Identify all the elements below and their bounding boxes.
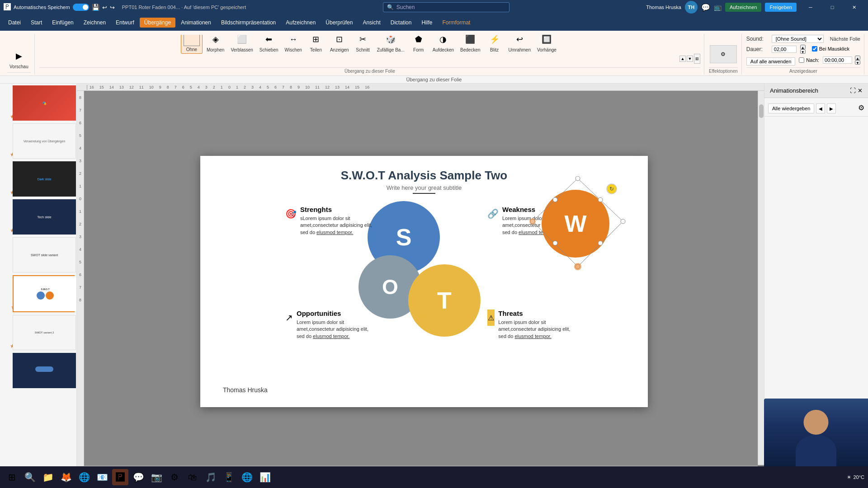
ribbon-btn-schnitt[interactable]: ✂ Schnitt: [353, 35, 373, 54]
circle-w-container[interactable]: ↻ W: [537, 181, 627, 271]
ribbon-expand[interactable]: ⊞: [694, 54, 700, 64]
autosave-toggle[interactable]: [73, 4, 89, 11]
ribbon-btn-wischen[interactable]: ↔ Wischen: [283, 35, 304, 54]
slide-thumb-25[interactable]: 25 ★ S.W.O.T: [13, 275, 75, 312]
slides-panel: 20 ★ 🎭 21 ★ Verwendung von Übergängen 22…: [0, 84, 77, 472]
ribbon-btn-vorhaenge[interactable]: 🔲 Vorhänge: [535, 35, 559, 54]
strengths-link[interactable]: elusmod tempor.: [316, 230, 353, 235]
menu-datei[interactable]: Datei: [4, 18, 25, 28]
ribbon-btn-bedecken[interactable]: ⬛ Bedecken: [458, 35, 482, 54]
slide-canvas[interactable]: S.W.O.T Analysis Sample Two Write here y…: [200, 156, 648, 407]
ribbon-btn-ohne[interactable]: Ohne: [181, 35, 203, 54]
opportunities-link[interactable]: elusmod tempor.: [313, 333, 349, 339]
taskbar-explorer-icon[interactable]: 📁: [40, 469, 56, 485]
chat-icon[interactable]: 💬: [701, 3, 710, 12]
play-all-button[interactable]: Alle wiedergeben: [768, 103, 814, 113]
animation-next-btn[interactable]: ▶: [827, 103, 836, 113]
animation-settings-icon[interactable]: ⚙: [858, 103, 864, 113]
slide-thumb-21[interactable]: 21 ★ Verwendung von Übergängen: [13, 123, 75, 159]
taskbar-firefox-icon[interactable]: 🦊: [58, 469, 74, 485]
menu-bildschirm[interactable]: Bildschirmpräsentation: [217, 18, 280, 28]
taskbar-phone-icon[interactable]: 📱: [221, 469, 237, 485]
after-input[interactable]: [823, 56, 852, 64]
taskbar-search-icon[interactable]: 🔍: [22, 469, 38, 485]
search-bar[interactable]: 🔍 Suchen: [383, 2, 509, 12]
taskbar-spotify-icon[interactable]: 🎵: [203, 469, 219, 485]
animation-prev-btn[interactable]: ◀: [816, 103, 825, 113]
taskbar-teams-icon[interactable]: 💬: [130, 469, 146, 485]
undo-icon[interactable]: ↩: [102, 4, 107, 11]
present-icon[interactable]: 📺: [714, 4, 722, 11]
apply-all-button[interactable]: Auf alle anwenden: [746, 57, 796, 66]
menu-ueberpruefen[interactable]: Überprüfen: [321, 18, 357, 28]
svg-point-6: [598, 241, 603, 245]
ribbon-btn-anzeigen[interactable]: ⊡ Anzeigen: [328, 35, 351, 54]
taskbar-start-button[interactable]: ⊞: [4, 469, 20, 485]
maximize-button[interactable]: □: [822, 0, 843, 14]
opportunities-text: Lorem ipsum dolor sit amet,consectetur a…: [297, 319, 376, 340]
ribbon-scroll-up[interactable]: ▲: [679, 56, 686, 62]
ribbon-btn-schieben[interactable]: ⬅ Schieben: [257, 35, 281, 54]
duration-down[interactable]: ▼: [800, 49, 806, 54]
ribbon-btn-zufaellige[interactable]: 🎲 Zufällige Ba...: [375, 35, 407, 54]
menu-formformat[interactable]: Formformat: [438, 18, 475, 28]
menu-animationen[interactable]: Animationen: [176, 18, 216, 28]
menu-zeichnen[interactable]: Zeichnen: [79, 18, 110, 28]
expand-icon[interactable]: ⛶: [850, 87, 856, 94]
taskbar-settings-icon[interactable]: ⚙: [166, 469, 183, 485]
ribbon-btn-blitz[interactable]: ⚡ Blitz: [485, 35, 505, 54]
taskbar-excel-icon[interactable]: 📊: [257, 469, 273, 485]
svg-point-12: [529, 218, 536, 225]
after-down[interactable]: ▼: [855, 60, 860, 65]
slide-thumb-20[interactable]: 20 ★ 🎭: [13, 85, 75, 121]
taskbar-browser2-icon[interactable]: 🌐: [239, 469, 255, 485]
slide-thumb-23[interactable]: 23 ★ Tech slide: [13, 199, 75, 235]
menu-aufzeichnen[interactable]: Aufzeichnen: [281, 18, 320, 28]
menu-hilfe[interactable]: Hilfe: [417, 18, 437, 28]
close-button[interactable]: ✕: [844, 0, 864, 14]
sound-select[interactable]: [Ohne Sound]: [772, 35, 824, 43]
taskbar-camera-icon[interactable]: 📷: [148, 469, 165, 485]
ribbon-scroll-down[interactable]: ▼: [687, 56, 693, 62]
ribbon-btn-umrahmen[interactable]: ↩ Umrahmen: [506, 35, 533, 54]
menu-entwurf[interactable]: Entwurf: [111, 18, 139, 28]
ribbon-btn-preview[interactable]: ▶ Vorschau: [7, 47, 31, 70]
ruler-vertical: 87654321012345678: [77, 91, 84, 472]
taskbar-outlook-icon[interactable]: 📧: [94, 469, 110, 485]
ribbon-btn-morphen[interactable]: ◈ Morphen: [204, 35, 226, 54]
ribbon-btn-verblassen[interactable]: ⬜ Verblassen: [228, 35, 255, 54]
taskbar-powerpoint-icon[interactable]: 🅿: [112, 469, 128, 485]
scrollbar-vertical[interactable]: [758, 91, 764, 465]
menu-start[interactable]: Start: [26, 18, 47, 28]
menu-ansicht[interactable]: Ansicht: [358, 18, 385, 28]
powerpoint-logo-icon: 🅿: [4, 3, 11, 11]
close-animation-panel-icon[interactable]: ✕: [858, 87, 863, 94]
duration-up[interactable]: ▲: [800, 45, 806, 49]
next-slide-label: Nächste Folie: [830, 36, 860, 42]
svg-text:↻: ↻: [609, 186, 614, 192]
redo-icon[interactable]: ↪: [110, 4, 115, 11]
slide-thumb-24[interactable]: 24 SWOT slide variant: [13, 237, 75, 272]
on-click-checkbox[interactable]: [812, 46, 817, 52]
taskbar-store-icon[interactable]: 🛍: [184, 469, 201, 485]
after-checkbox[interactable]: [799, 57, 804, 63]
slide-thumb-27[interactable]: 27: [13, 353, 75, 388]
slide-thumb-22[interactable]: 22 ★ Dark slide: [13, 161, 75, 197]
ribbon-btn-teilen[interactable]: ⊞ Teilen: [306, 35, 326, 54]
slide-thumb-26[interactable]: 26 ★ SWOT variant 2: [13, 315, 75, 350]
menu-einfuegen[interactable]: Einfügen: [47, 18, 78, 28]
ribbon-btn-aufdecken[interactable]: ◑ Aufdecken: [430, 35, 456, 54]
after-up[interactable]: ▲: [855, 56, 860, 60]
share-button[interactable]: Freigeben: [765, 3, 797, 12]
duration-input[interactable]: [772, 46, 797, 53]
menu-dictation[interactable]: Dictation: [386, 18, 416, 28]
threats-link[interactable]: elusmod tempor.: [514, 333, 551, 339]
ribbon-btn-form[interactable]: ⬟ Form: [409, 35, 429, 54]
minimize-button[interactable]: ─: [800, 0, 821, 14]
taskbar-chrome-icon[interactable]: 🌐: [76, 469, 92, 485]
save-icon[interactable]: 💾: [92, 4, 99, 11]
menu-uebergaenge[interactable]: Übergänge: [140, 18, 175, 28]
circle-t[interactable]: T: [408, 264, 481, 337]
record-button[interactable]: Aufzeichnen: [725, 3, 762, 12]
effects-options-btn[interactable]: ⚙: [710, 45, 737, 63]
